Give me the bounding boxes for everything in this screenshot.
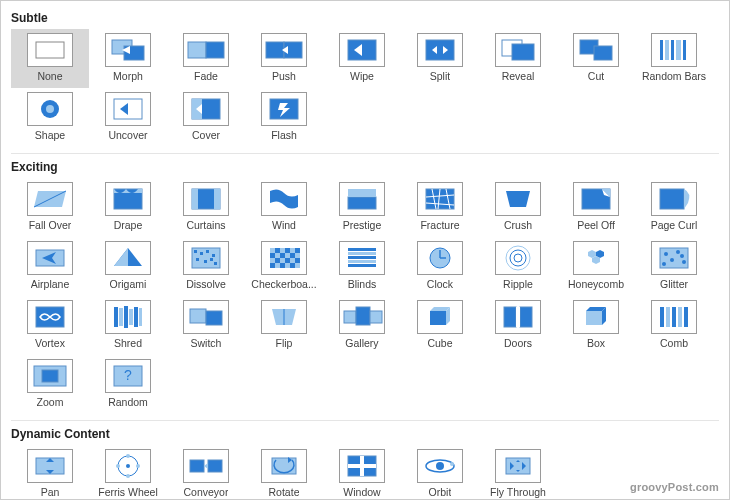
transition-flip[interactable]: Flip — [245, 296, 323, 355]
svg-rect-92 — [348, 264, 376, 267]
transition-label: Fade — [194, 70, 218, 82]
transition-orbit[interactable]: Orbit — [401, 445, 479, 500]
svg-point-149 — [126, 464, 130, 468]
transition-doors[interactable]: Doors — [479, 296, 557, 355]
svg-rect-72 — [280, 253, 285, 258]
transition-label: Random Bars — [642, 70, 706, 82]
transition-checkerboard[interactable]: Checkerboa... — [245, 237, 323, 296]
transition-cover[interactable]: Cover — [167, 88, 245, 147]
transition-pagecurl[interactable]: Page Curl — [635, 178, 713, 237]
svg-point-159 — [436, 462, 444, 470]
transition-blinds[interactable]: Blinds — [323, 237, 401, 296]
transition-curtains[interactable]: Curtains — [167, 178, 245, 237]
svg-rect-91 — [348, 260, 376, 263]
svg-rect-76 — [270, 258, 275, 263]
transition-switch[interactable]: Switch — [167, 296, 245, 355]
transition-honeycomb[interactable]: Honeycomb — [557, 237, 635, 296]
cut-icon — [573, 33, 619, 67]
transition-fade[interactable]: Fade — [167, 29, 245, 88]
transition-box[interactable]: Box — [557, 296, 635, 355]
push-icon — [261, 33, 307, 67]
svg-rect-36 — [192, 189, 198, 209]
transition-gallery[interactable]: Gallery — [323, 296, 401, 355]
transition-wind[interactable]: Wind — [245, 178, 323, 237]
doors-icon — [495, 300, 541, 334]
transition-dissolve[interactable]: Dissolve — [167, 237, 245, 296]
transition-zoom[interactable]: Zoom — [11, 355, 89, 414]
svg-rect-77 — [275, 258, 280, 263]
svg-rect-15 — [512, 44, 534, 60]
transition-morph[interactable]: Morph — [89, 29, 167, 88]
transition-prestige[interactable]: Prestige — [323, 178, 401, 237]
svg-rect-50 — [660, 189, 684, 209]
transition-uncover[interactable]: Uncover — [89, 88, 167, 147]
transition-ferriswheel[interactable]: Ferris Wheel — [89, 445, 167, 500]
svg-rect-114 — [134, 307, 138, 327]
transition-shape[interactable]: Shape — [11, 88, 89, 147]
svg-rect-87 — [295, 263, 300, 268]
svg-rect-20 — [671, 40, 674, 60]
transition-ripple[interactable]: Ripple — [479, 237, 557, 296]
svg-rect-112 — [124, 306, 128, 328]
transition-comb[interactable]: Comb — [635, 296, 713, 355]
transition-label: Doors — [504, 337, 532, 349]
orbit-icon — [417, 449, 463, 483]
transition-label: Dissolve — [186, 278, 226, 290]
svg-rect-69 — [295, 248, 300, 253]
transition-window[interactable]: Window — [323, 445, 401, 500]
svg-rect-132 — [660, 307, 664, 327]
transition-cut[interactable]: Cut — [557, 29, 635, 88]
transition-flythrough[interactable]: Fly Through — [479, 445, 557, 500]
transition-push[interactable]: Push — [245, 29, 323, 88]
transition-crush[interactable]: Crush — [479, 178, 557, 237]
transition-label: Drape — [114, 219, 143, 231]
transition-pan[interactable]: Pan — [11, 445, 89, 500]
svg-rect-113 — [129, 309, 133, 325]
transition-vortex[interactable]: Vortex — [11, 296, 89, 355]
transition-label: Wipe — [350, 70, 374, 82]
transition-cube[interactable]: Cube — [401, 296, 479, 355]
svg-rect-133 — [666, 307, 670, 327]
transition-rotate[interactable]: Rotate — [245, 445, 323, 500]
svg-rect-135 — [678, 307, 682, 327]
transition-split[interactable]: Split — [401, 29, 479, 88]
svg-rect-65 — [275, 248, 280, 253]
transition-random[interactable]: ?Random — [89, 355, 167, 414]
svg-rect-70 — [270, 253, 275, 258]
transition-wipe[interactable]: Wipe — [323, 29, 401, 88]
svg-point-104 — [676, 250, 680, 254]
uncover-icon — [105, 92, 151, 126]
svg-rect-38 — [348, 197, 376, 209]
transition-origami[interactable]: Origami — [89, 237, 167, 296]
transition-reveal[interactable]: Reveal — [479, 29, 557, 88]
transition-fallover[interactable]: Fall Over — [11, 178, 89, 237]
fracture-icon — [417, 182, 463, 216]
transition-glitter[interactable]: Glitter — [635, 237, 713, 296]
svg-rect-117 — [206, 311, 222, 325]
transition-label: Flip — [276, 337, 293, 349]
watermark: groovyPost.com — [630, 481, 719, 493]
transition-drape[interactable]: Drape — [89, 178, 167, 237]
box-icon — [573, 300, 619, 334]
transition-shred[interactable]: Shred — [89, 296, 167, 355]
transition-conveyor[interactable]: Conveyor — [167, 445, 245, 500]
transition-label: Peel Off — [577, 219, 615, 231]
none-icon — [27, 33, 73, 67]
transition-peeloff[interactable]: Peel Off — [557, 178, 635, 237]
transition-flash[interactable]: Flash — [245, 88, 323, 147]
transition-fracture[interactable]: Fracture — [401, 178, 479, 237]
transition-label: Fall Over — [29, 219, 72, 231]
transition-airplane[interactable]: Airplane — [11, 237, 89, 296]
svg-rect-64 — [270, 248, 275, 253]
window-icon — [339, 449, 385, 483]
transition-label: Pan — [41, 486, 60, 498]
flash-icon — [261, 92, 307, 126]
svg-rect-134 — [672, 307, 676, 327]
svg-point-146 — [136, 464, 140, 468]
transition-clock[interactable]: Clock — [401, 237, 479, 296]
transition-label: Flash — [271, 129, 297, 141]
transition-none[interactable]: None — [11, 29, 89, 88]
svg-point-108 — [680, 254, 684, 258]
svg-rect-4 — [188, 42, 206, 58]
transition-randombars[interactable]: Random Bars — [635, 29, 713, 88]
